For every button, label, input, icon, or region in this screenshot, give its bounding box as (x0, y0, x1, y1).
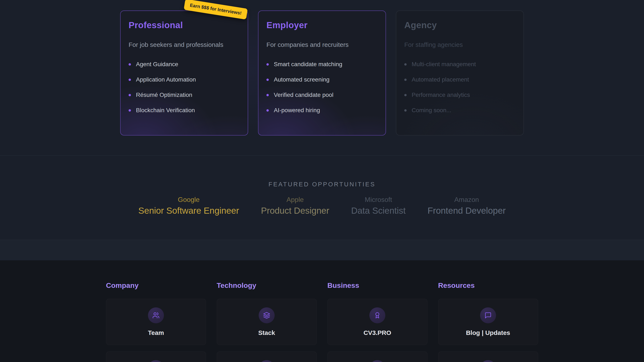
plan-feature-label: Coming soon... (412, 107, 451, 114)
plan-card-agency: Agency For staffing agencies Multi-clien… (396, 10, 524, 136)
featured-job-apple[interactable]: Apple Product Designer (261, 196, 329, 216)
users-icon (152, 312, 160, 319)
footer-card-blog[interactable]: Blog | Updates (438, 299, 538, 345)
featured-job-microsoft[interactable]: Microsoft Data Scientist (351, 196, 406, 216)
plans-section: Earn $$$ for Interviews! Professional Fo… (0, 0, 644, 156)
plan-title: Professional (128, 20, 240, 30)
plan-feature: Automated screening (266, 76, 378, 83)
plan-feature: AI-powered hiring (266, 107, 378, 114)
bullet-dot (404, 109, 406, 112)
footer-card-stack[interactable]: Stack (217, 299, 317, 345)
bullet-dot (266, 79, 269, 81)
earn-ribbon: Earn $$$ for Interviews! (184, 0, 248, 19)
message-icon (484, 312, 492, 319)
job-company: Microsoft (351, 196, 406, 203)
footer-card-label: Team (148, 329, 164, 336)
footer-card-label: CV3.PRO (364, 329, 391, 336)
plan-feature: Automated placement (404, 76, 516, 83)
plan-feature-label: Résumé Optimization (136, 92, 192, 98)
icon-circle (259, 360, 275, 362)
plan-feature: Blockchain Verification (128, 107, 240, 114)
bullet-dot (404, 79, 406, 81)
bullet-dot (404, 63, 406, 66)
plan-subtitle: For job seekers and professionals (128, 41, 240, 48)
plan-feature-label: AI-powered hiring (274, 107, 320, 114)
plan-feature: Coming soon... (404, 107, 516, 114)
bullet-dot (266, 94, 269, 96)
featured-heading: FEATURED OPPORTUNITIES (0, 156, 644, 188)
plan-feature-label: Verified candidate pool (274, 92, 333, 98)
footer-grid: Company Team Technology (106, 260, 538, 362)
footer-heading: Business (328, 281, 428, 290)
plan-feature: Performance analytics (404, 92, 516, 98)
icon-circle (480, 307, 496, 323)
bullet-dot (128, 79, 131, 81)
footer-card-cv3pro[interactable]: CV3.PRO (328, 299, 428, 345)
icon-circle (148, 360, 164, 362)
plan-feature-label: Automated placement (412, 76, 469, 83)
footer-column-technology: Technology Stack (217, 281, 317, 362)
plan-feature-label: Multi-client management (412, 61, 476, 68)
plan-title: Employer (266, 20, 378, 30)
icon-circle (259, 307, 275, 323)
icon-circle (148, 307, 164, 323)
footer: Company Team Technology (0, 260, 644, 362)
footer-column-resources: Resources Blog | Updates (438, 281, 538, 362)
job-company: Amazon (428, 196, 506, 203)
plan-feature-list: Smart candidate matching Automated scree… (266, 61, 378, 114)
job-company: Apple (261, 196, 329, 203)
icon-circle (480, 360, 496, 362)
plan-title: Agency (404, 20, 516, 30)
bullet-dot (404, 94, 406, 96)
plan-card-employer[interactable]: Employer For companies and recruiters Sm… (258, 10, 386, 136)
footer-heading: Technology (217, 281, 317, 290)
job-title: Data Scientist (351, 206, 406, 216)
plan-feature-label: Blockchain Verification (136, 107, 195, 114)
award-icon (374, 312, 381, 319)
plan-feature: Verified candidate pool (266, 92, 378, 98)
bullet-dot (128, 94, 131, 96)
job-title: Product Designer (261, 206, 329, 216)
featured-job-amazon[interactable]: Amazon Frontend Developer (428, 196, 506, 216)
plan-feature: Résumé Optimization (128, 92, 240, 98)
plan-feature-label: Performance analytics (412, 92, 470, 98)
plan-feature-label: Smart candidate matching (274, 61, 342, 68)
job-title: Senior Software Engineer (138, 206, 239, 216)
footer-heading: Company (106, 281, 206, 290)
plan-card-professional[interactable]: Earn $$$ for Interviews! Professional Fo… (120, 10, 248, 136)
footer-card-label: Blog | Updates (466, 329, 510, 336)
featured-job-google[interactable]: Google Senior Software Engineer (138, 196, 239, 216)
plan-feature-label: Agent Guidance (136, 61, 178, 68)
plan-subtitle: For companies and recruiters (266, 41, 378, 48)
job-title: Frontend Developer (428, 206, 506, 216)
footer-card-label: Stack (258, 329, 275, 336)
bullet-dot (128, 63, 131, 66)
landing-page: Earn $$$ for Interviews! Professional Fo… (0, 0, 644, 362)
plan-feature-list: Agent Guidance Application Automation Ré… (128, 61, 240, 114)
plan-feature-label: Application Automation (136, 76, 196, 83)
bullet-dot (266, 63, 269, 66)
featured-opportunities-section: FEATURED OPPORTUNITIES Google Senior Sof… (0, 156, 644, 240)
footer-card-partial[interactable] (106, 352, 206, 362)
plan-feature: Multi-client management (404, 61, 516, 68)
footer-card-partial[interactable] (438, 352, 538, 362)
footer-heading: Resources (438, 281, 538, 290)
bullet-dot (128, 109, 131, 112)
plan-feature: Application Automation (128, 76, 240, 83)
bullet-dot (266, 109, 269, 112)
plan-subtitle: For staffing agencies (404, 41, 516, 48)
footer-card-partial[interactable] (328, 352, 428, 362)
featured-jobs-row: Google Senior Software Engineer Apple Pr… (0, 196, 644, 216)
footer-card-team[interactable]: Team (106, 299, 206, 345)
plan-feature: Smart candidate matching (266, 61, 378, 68)
plans-row: Earn $$$ for Interviews! Professional Fo… (120, 10, 524, 136)
footer-column-business: Business CV3.PRO (328, 281, 428, 362)
icon-circle (369, 307, 385, 323)
icon-circle (369, 360, 385, 362)
plan-feature-list: Multi-client management Automated placem… (404, 61, 516, 114)
footer-column-company: Company Team (106, 281, 206, 362)
layers-icon (263, 312, 270, 319)
spacer-band (0, 240, 644, 260)
plan-feature-label: Automated screening (274, 76, 330, 83)
footer-card-partial[interactable] (217, 352, 317, 362)
